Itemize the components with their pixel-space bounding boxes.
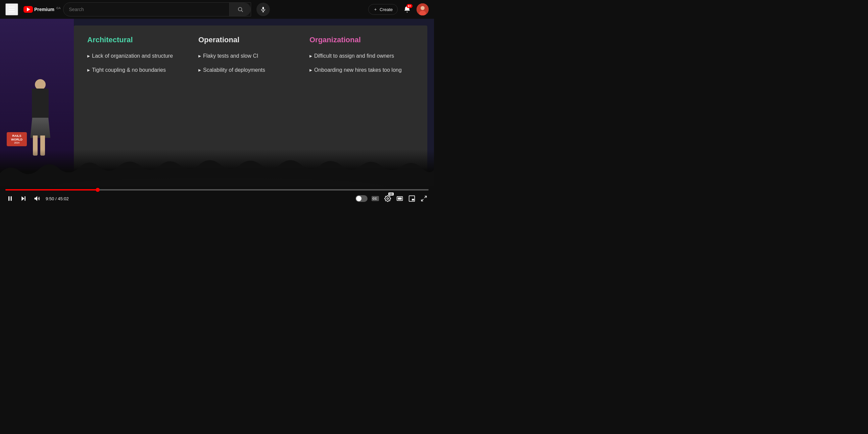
logo-region: CA [56,6,61,10]
menu-button[interactable] [5,3,18,15]
presenter-torso [32,89,49,119]
toggle-knob [356,196,362,201]
architectural-bullet-2: Tight coupling & no boundaries [87,66,185,74]
svg-rect-19 [412,199,414,201]
svg-rect-17 [398,198,402,200]
sign-line2: WORLD [8,138,26,141]
create-button[interactable]: ＋ Create [368,4,398,15]
fullscreen-button[interactable] [419,194,429,203]
theater-mode-button[interactable] [395,194,404,203]
presenter-body [27,79,54,153]
progress-fill [5,189,98,191]
yt-logo-icon [24,6,33,13]
progress-bar[interactable] [5,189,429,191]
audience-silhouette [0,156,434,187]
svg-point-0 [238,7,242,11]
presenter-figure [27,79,54,153]
youtube-logo[interactable]: Premium CA [24,6,60,13]
time-display: 9:50 / 45:02 [45,196,69,201]
sign-line3: 2024 [8,141,26,144]
operational-bullet-1: Flaky tests and slow CI [198,52,296,60]
video-player[interactable]: RAILS WORLD 2024 [0,19,434,187]
theater-icon [396,195,403,202]
organizational-column: Organizational Difficult to assign and f… [303,36,414,164]
miniplayer-button[interactable] [407,194,416,203]
svg-rect-9 [11,196,12,201]
presenter-skirt [30,118,50,138]
svg-point-6 [421,6,425,10]
skip-next-button[interactable] [19,194,28,203]
organizational-bullet-2: Onboarding new hires takes too long [309,66,407,74]
hd-badge: HD [389,193,394,196]
svg-rect-11 [25,196,26,201]
controls-row: 9:50 / 45:02 CC [5,193,429,205]
play-button[interactable] [5,194,15,203]
mic-icon [260,6,266,12]
svg-marker-10 [22,196,24,201]
svg-rect-2 [262,7,264,10]
search-icon [237,6,243,12]
svg-point-15 [387,198,389,200]
search-input[interactable] [63,4,229,15]
volume-icon [34,195,40,202]
operational-bullet-2: Scalability of deployments [198,66,296,74]
audience-overlay [0,149,434,187]
svg-line-1 [241,10,243,12]
operational-title: Operational [198,36,296,44]
settings-wrapper: HD [383,194,392,203]
sign-line1: RAILS [8,134,26,138]
navbar: Premium CA ＋ Create 9+ [0,0,434,19]
progress-scrubber[interactable] [96,188,100,192]
logo-text: Premium [34,7,54,12]
svg-line-20 [425,196,427,198]
settings-icon [384,195,391,202]
organizational-bullet-1: Difficult to assign and find owners [309,52,407,60]
skip-next-icon [20,195,27,202]
volume-button[interactable] [32,194,42,203]
controls-right: CC HD [355,194,429,203]
notifications-button[interactable]: 9+ [400,3,414,16]
svg-rect-8 [8,196,9,201]
nav-right: ＋ Create 9+ [368,3,429,16]
mic-button[interactable] [256,3,270,16]
search-bar [63,2,251,16]
create-label: Create [380,7,393,12]
organizational-title: Organizational [309,36,407,44]
fullscreen-icon [421,195,427,202]
notification-badge: 9+ [406,4,412,8]
svg-text:CC: CC [373,197,377,200]
total-time: 45:02 [58,196,69,201]
svg-marker-12 [35,196,37,201]
cc-icon: CC [372,196,379,201]
operational-column: Operational Flaky tests and slow CI Scal… [192,36,303,164]
miniplayer-icon [408,195,415,202]
avatar[interactable] [416,3,429,15]
current-time: 9:50 [45,196,54,201]
search-button[interactable] [229,3,251,16]
plus-icon: ＋ [373,6,378,12]
architectural-column: Architectural Lack of organization and s… [87,36,192,164]
architectural-title: Architectural [87,36,185,44]
cc-button[interactable]: CC [370,195,380,203]
nav-left: Premium CA [5,3,60,15]
avatar-image [416,3,429,15]
svg-line-21 [422,199,424,201]
player-controls: 9:50 / 45:02 CC [0,187,434,205]
architectural-bullet-1: Lack of organization and structure [87,52,185,60]
autoplay-toggle[interactable] [355,195,368,202]
play-icon [7,195,13,202]
rails-world-sign: RAILS WORLD 2024 [7,132,27,146]
